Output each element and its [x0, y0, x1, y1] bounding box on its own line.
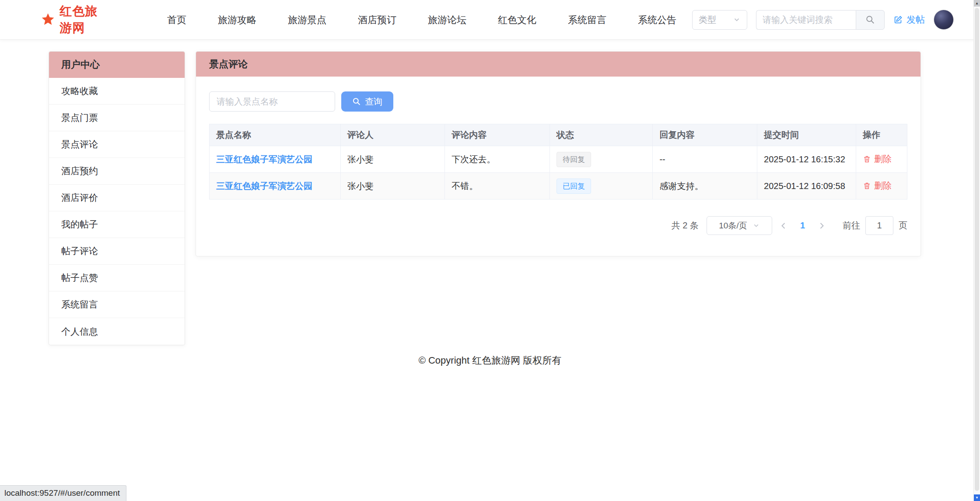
page-unit-label: 页 — [899, 220, 907, 231]
nav-item-notices[interactable]: 系统公告 — [622, 0, 692, 40]
create-post-label: 发帖 — [906, 14, 925, 26]
topbar-right: 类型 发帖 — [692, 10, 962, 30]
sidebar-item-profile[interactable]: 个人信息 — [49, 318, 185, 345]
chevron-down-icon — [733, 16, 741, 24]
sidebar-item-system-messages[interactable]: 系统留言 — [49, 291, 185, 318]
page-size-select[interactable]: 10条/页 — [707, 216, 772, 235]
search-icon — [352, 97, 361, 106]
star-icon — [41, 10, 55, 30]
col-actions: 操作 — [856, 124, 907, 146]
chevron-down-icon — [752, 222, 760, 229]
spot-name-input[interactable] — [209, 91, 335, 112]
keyword-search-input[interactable] — [756, 10, 856, 30]
status-badge: 已回复 — [556, 179, 591, 194]
keyword-search-group — [756, 10, 885, 30]
scroll-down-arrow[interactable]: ▼ — [974, 494, 980, 501]
spot-link[interactable]: 三亚红色娘子军演艺公园 — [216, 181, 312, 191]
query-button[interactable]: 查询 — [341, 91, 393, 112]
next-page-button[interactable] — [810, 221, 833, 230]
sidebar-item-hotel-bookings[interactable]: 酒店预约 — [49, 158, 185, 185]
table-header-row: 景点名称 评论人 评论内容 状态 回复内容 提交时间 操作 — [210, 124, 907, 146]
page-size-value: 10条/页 — [719, 220, 747, 231]
scroll-up-arrow[interactable]: ▲ — [974, 0, 980, 7]
goto-label: 前往 — [843, 220, 860, 231]
col-submit-time: 提交时间 — [757, 124, 856, 146]
pagination: 共 2 条 10条/页 1 前往 页 — [209, 216, 907, 235]
col-commenter: 评论人 — [340, 124, 444, 146]
prev-page-button[interactable] — [772, 221, 795, 230]
content-layout: 用户中心 攻略收藏 景点门票 景点评论 酒店预约 酒店评价 我的帖子 帖子评论 … — [0, 40, 980, 345]
content-cell: 不错。 — [445, 173, 550, 200]
sidebar-item-spot-tickets[interactable]: 景点门票 — [49, 105, 185, 131]
comments-table: 景点名称 评论人 评论内容 状态 回复内容 提交时间 操作 三亚红色娘子军演艺公… — [209, 124, 907, 200]
content-cell: 下次还去。 — [445, 146, 550, 173]
top-navbar: 红色旅游网 首页 旅游攻略 旅游景点 酒店预订 旅游论坛 红色文化 系统留言 系… — [0, 0, 980, 40]
commenter-cell: 张小斐 — [340, 173, 444, 200]
type-select[interactable]: 类型 — [692, 10, 747, 30]
nav-item-guides[interactable]: 旅游攻略 — [202, 0, 272, 40]
nav-item-spots[interactable]: 旅游景点 — [272, 0, 342, 40]
commenter-cell: 张小斐 — [340, 146, 444, 173]
panel-body: 查询 景点名称 评论人 评论内容 状态 回复内容 提交时间 操作 — [196, 77, 920, 256]
goto-page-input[interactable] — [865, 216, 893, 235]
create-post-link[interactable]: 发帖 — [893, 14, 925, 26]
nav-item-messages[interactable]: 系统留言 — [552, 0, 622, 40]
sidebar-item-hotel-reviews[interactable]: 酒店评价 — [49, 185, 185, 211]
nav-item-hotels[interactable]: 酒店预订 — [342, 0, 412, 40]
table-row: 三亚红色娘子军演艺公园 张小斐 下次还去。 待回复 -- 2025-01-12 … — [210, 146, 907, 173]
col-content: 评论内容 — [445, 124, 550, 146]
query-row: 查询 — [209, 91, 907, 112]
col-reply: 回复内容 — [653, 124, 757, 146]
copyright-text: © Copyright 红色旅游网 版权所有 — [0, 354, 980, 367]
reply-cell: 感谢支持。 — [653, 173, 757, 200]
edit-icon — [893, 15, 903, 25]
sidebar-item-my-posts[interactable]: 我的帖子 — [49, 211, 185, 238]
main-nav: 首页 旅游攻略 旅游景点 酒店预订 旅游论坛 红色文化 系统留言 系统公告 — [151, 0, 692, 40]
delete-button-label: 删除 — [874, 153, 892, 165]
time-cell: 2025-01-12 16:09:58 — [757, 173, 856, 200]
type-select-value: 类型 — [699, 14, 716, 26]
chevron-right-icon — [817, 221, 826, 230]
sidebar-item-spot-comments[interactable]: 景点评论 — [49, 131, 185, 158]
scrollbar-thumb[interactable] — [975, 8, 979, 491]
spot-link[interactable]: 三亚红色娘子军演艺公园 — [216, 154, 312, 164]
nav-item-culture[interactable]: 红色文化 — [482, 0, 552, 40]
panel-title: 景点评论 — [196, 52, 920, 77]
col-spot-name: 景点名称 — [210, 124, 341, 146]
pagination-total: 共 2 条 — [672, 220, 699, 231]
col-status: 状态 — [550, 124, 653, 146]
spot-comments-panel: 景点评论 查询 景点名称 评论人 评论内容 — [196, 51, 921, 256]
user-avatar[interactable] — [934, 10, 954, 30]
query-button-label: 查询 — [365, 96, 382, 108]
status-bar-url: localhost:9527/#/user/comment — [0, 485, 126, 501]
search-icon — [865, 15, 875, 25]
trash-icon — [863, 182, 871, 190]
pagination-goto: 前往 页 — [843, 216, 907, 235]
brand-logo[interactable]: 红色旅游网 — [41, 3, 105, 36]
nav-item-home[interactable]: 首页 — [151, 0, 202, 40]
keyword-search-button[interactable] — [856, 10, 885, 30]
delete-button-label: 删除 — [874, 180, 892, 192]
sidebar-title: 用户中心 — [49, 52, 185, 78]
reply-cell: -- — [653, 146, 757, 173]
time-cell: 2025-01-12 16:15:32 — [757, 146, 856, 173]
sidebar-item-post-comments[interactable]: 帖子评论 — [49, 238, 185, 265]
brand-name: 红色旅游网 — [60, 3, 105, 36]
status-badge: 待回复 — [556, 152, 591, 167]
nav-item-forum[interactable]: 旅游论坛 — [412, 0, 482, 40]
delete-button[interactable]: 删除 — [863, 153, 892, 165]
sidebar-item-guide-favorites[interactable]: 攻略收藏 — [49, 78, 185, 105]
scrollbar[interactable]: ▲ ▼ — [973, 0, 980, 501]
page-number-1[interactable]: 1 — [795, 221, 810, 231]
delete-button[interactable]: 删除 — [863, 180, 892, 192]
table-row: 三亚红色娘子军演艺公园 张小斐 不错。 已回复 感谢支持。 2025-01-12… — [210, 173, 907, 200]
chevron-left-icon — [779, 221, 788, 230]
sidebar-item-post-likes[interactable]: 帖子点赞 — [49, 265, 185, 291]
user-center-sidebar: 用户中心 攻略收藏 景点门票 景点评论 酒店预约 酒店评价 我的帖子 帖子评论 … — [49, 51, 185, 345]
trash-icon — [863, 155, 871, 163]
